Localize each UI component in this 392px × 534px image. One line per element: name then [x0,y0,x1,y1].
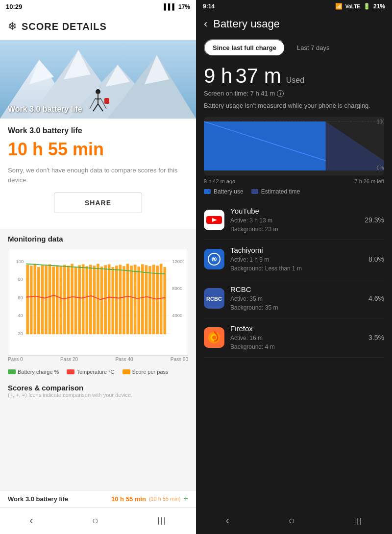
tachiyomi-name: Tachiyomi [230,246,363,254]
monitoring-chart-svg: 100 80 60 40 20 12000 8000 4000 [12,252,184,351]
right-nav-home[interactable]: ○ [279,512,305,529]
app-item-rcbc[interactable]: RCBC RCBC Active: 35 m Background: 35 m … [204,279,384,318]
usage-label: Used [286,76,304,85]
svg-rect-37 [52,267,55,334]
svg-rect-42 [71,264,74,334]
youtube-info: YouTube Active: 3 h 13 m Background: 23 … [230,207,359,234]
batt-legend-estimated-label: Estimated time [261,188,300,195]
svg-text:8000: 8000 [172,286,182,291]
firefox-info: Firefox Active: 16 m Background: 4 m [230,324,363,351]
wifi-icon: 📶 [335,3,343,10]
svg-rect-56 [122,266,125,334]
batt-dot-estimated [251,189,258,194]
legend-battery-dot [8,369,16,374]
legend-score-label: Score per pass [132,369,169,375]
tachiyomi-icon: 立 [204,249,224,269]
share-button[interactable]: SHARE [54,193,142,213]
left-nav-home[interactable]: ○ [82,512,108,529]
tab-last-7-days[interactable]: Last 7 days [289,40,338,55]
svg-rect-58 [130,266,133,334]
right-back-button[interactable]: ‹ [204,18,207,30]
chart-legend: Battery charge % Temperature °C Score pe… [8,366,188,378]
left-battery: 17% [178,3,190,10]
rcbc-icon: RCBC [204,288,224,309]
pass60-label: Pass 60 [171,357,188,362]
svg-rect-63 [148,266,151,334]
chart-end-label: 7 h 26 m left [354,178,384,184]
screen-time-text: Screen on time: 7 h 41 m [204,90,275,97]
app-list: YouTube Active: 3 h 13 m Background: 23 … [204,201,384,358]
tachiyomi-info: Tachiyomi Active: 1 h 9 m Background: Le… [230,246,363,273]
rcbc-svg: RCBC [204,288,224,309]
rcbc-percent: 4.6% [368,294,384,302]
snowflake-icon: ❄ [8,20,17,33]
svg-marker-69 [326,121,384,170]
svg-point-86 [212,336,216,340]
svg-rect-41 [67,266,70,334]
rcbc-active: Active: 35 m [230,294,363,303]
youtube-bg: Background: 23 m [230,225,359,234]
legend-temp-label: Temperature °C [76,369,114,375]
svg-rect-30 [26,265,29,334]
left-header-title: SCORE DETAILS [22,21,107,32]
app-item-firefox[interactable]: Firefox Active: 16 m Background: 4 m 3.5… [204,318,384,358]
legend-battery: Battery charge % [8,369,59,375]
svg-rect-46 [85,266,88,334]
tachiyomi-svg: 立 [204,249,224,269]
svg-text:4000: 4000 [172,313,182,318]
svg-rect-55 [119,265,122,334]
svg-rect-40 [63,265,66,334]
left-nav-bar: ‹ ○ ||| [0,507,196,534]
svg-point-9 [96,89,100,94]
right-nav-bar: ‹ ○ ||| [196,508,392,534]
svg-rect-64 [152,265,155,334]
left-status-icons: ▌▌▌ 17% [164,3,190,10]
svg-rect-59 [134,265,137,334]
right-nav-back[interactable]: ‹ [216,512,239,529]
chart-start-label: 9 h 42 m ago [204,178,235,184]
pass20-label: Pass 20 [60,357,78,362]
bottom-bar-left: Work 3.0 battery life 10 h 55 min (10 h … [0,490,196,507]
svg-rect-45 [82,264,85,334]
svg-rect-62 [145,265,148,334]
svg-rect-53 [111,267,114,334]
app-item-youtube[interactable]: YouTube Active: 3 h 13 m Background: 23 … [204,201,384,240]
bar-compare: (10 h 55 min) [149,496,181,502]
right-battery-icon: 🔋 [363,3,370,10]
svg-rect-36 [49,264,51,334]
svg-rect-43 [74,267,77,334]
svg-rect-44 [78,265,81,334]
youtube-svg [204,210,224,230]
legend-temp-dot [67,369,74,374]
left-status-bar: 10:29 ▌▌▌ 17% [0,0,196,13]
app-item-tachiyomi[interactable]: 立 Tachiyomi Active: 1 h 9 m Background: … [204,240,384,279]
right-nav-recents[interactable]: ||| [344,515,372,527]
firefox-active: Active: 16 m [230,334,363,342]
svg-rect-47 [89,265,92,334]
left-time: 10:29 [6,3,22,10]
hero-label: Work 3.0 battery life [8,105,82,114]
scores-section: Scores & comparison (+, +, =) Icons indi… [0,378,196,402]
svg-rect-51 [104,265,107,334]
left-panel: 10:29 ▌▌▌ 17% ❄ SCORE DETAILS [0,0,196,534]
battery-chart-svg: 100 0% [204,117,384,175]
bar-value: 10 h 55 min [111,495,146,503]
chart-x-labels: Pass 0 Pass 20 Pass 40 Pass 60 [8,356,188,366]
tab-since-last-charge[interactable]: Since last full charge [204,39,285,56]
svg-text:20: 20 [18,331,23,336]
firefox-bg: Background: 4 m [230,342,363,351]
svg-rect-32 [34,264,37,334]
pass0-label: Pass 0 [8,357,23,362]
svg-text:100: 100 [377,119,384,124]
left-nav-recents[interactable]: ||| [147,514,176,527]
svg-text:60: 60 [18,295,23,300]
chart-time-labels: 9 h 42 m ago 7 h 26 m left [204,178,384,184]
left-nav-back[interactable]: ‹ [20,512,43,529]
youtube-percent: 29.3% [365,216,384,224]
batt-legend-use: Battery use [204,188,244,195]
scores-title: Scores & comparison [8,384,188,392]
youtube-icon [204,210,224,230]
info-icon[interactable]: i [277,90,284,97]
usage-minutes: 37 m [235,64,281,88]
right-header: ‹ Battery usage [196,13,392,35]
